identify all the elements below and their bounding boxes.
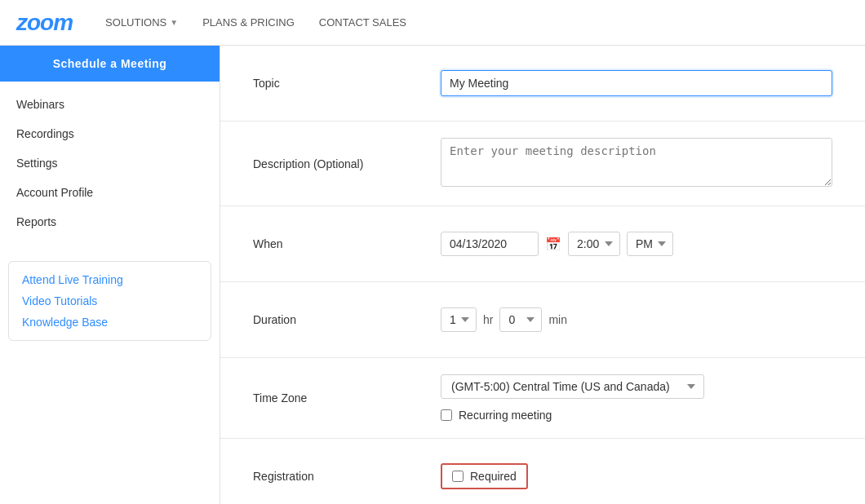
video-tutorials-link[interactable]: Video Tutorials [22,294,197,307]
registration-required-label: Required [470,470,517,483]
duration-minutes-select[interactable]: 0 15 30 45 [499,307,542,332]
when-row: When 📅 1:00 1:30 2:00 2:30 3:00 [253,223,832,265]
description-label: Description (Optional) [253,157,441,170]
topic-row: Topic [253,62,832,104]
solutions-link[interactable]: SOLUTIONS ▼ [105,16,178,29]
recurring-row: Recurring meeting [441,409,832,422]
duration-label: Duration [253,313,441,326]
when-controls-wrap: 📅 1:00 1:30 2:00 2:30 3:00 AM PM [441,232,832,256]
date-input[interactable] [441,232,539,256]
description-section: Description (Optional) [220,122,865,206]
duration-section: Duration 0 1 2 3 4 hr 0 15 [220,282,865,358]
attend-live-training-link[interactable]: Attend Live Training [22,273,197,286]
knowledge-base-link[interactable]: Knowledge Base [22,316,197,329]
topic-section: Topic [220,46,865,122]
timezone-row: Time Zone (GMT-5:00) Central Time (US an… [253,374,832,422]
sidebar-item-webinars[interactable]: Webinars [0,90,220,119]
when-label: When [253,237,441,250]
duration-row: Duration 0 1 2 3 4 hr 0 15 [253,298,832,341]
time-select[interactable]: 1:00 1:30 2:00 2:30 3:00 [568,232,620,256]
when-controls: 📅 1:00 1:30 2:00 2:30 3:00 AM PM [441,232,832,256]
registration-required-box: Required [441,463,528,489]
registration-label: Registration [253,470,441,483]
when-section: When 📅 1:00 1:30 2:00 2:30 3:00 [220,206,865,282]
timezone-controls-wrap: (GMT-5:00) Central Time (US and Canada) … [441,374,832,422]
sidebar: Schedule a Meeting Webinars Recordings S… [0,46,220,504]
nav-plans-pricing[interactable]: PLANS & PRICING [202,16,295,29]
hr-label: hr [483,313,493,326]
schedule-meeting-button[interactable]: Schedule a Meeting [0,46,220,82]
calendar-icon[interactable]: 📅 [545,237,561,252]
duration-controls-wrap: 0 1 2 3 4 hr 0 15 30 45 m [441,307,832,332]
main-layout: Schedule a Meeting Webinars Recordings S… [0,46,865,504]
registration-controls-wrap: Required [441,463,832,489]
sidebar-item-recordings[interactable]: Recordings [0,119,220,148]
min-label: min [548,313,567,326]
top-navigation: zoom SOLUTIONS ▼ PLANS & PRICING CONTACT… [0,0,865,46]
sidebar-nav-list: Webinars Recordings Settings Account Pro… [0,82,220,245]
solutions-dropdown-arrow: ▼ [170,18,178,27]
recurring-label: Recurring meeting [459,409,552,422]
sidebar-item-reports[interactable]: Reports [0,207,220,237]
duration-hours-select[interactable]: 0 1 2 3 4 [441,307,477,332]
timezone-label: Time Zone [253,391,441,405]
plans-pricing-link[interactable]: PLANS & PRICING [202,16,295,29]
nav-links-list: SOLUTIONS ▼ PLANS & PRICING CONTACT SALE… [105,16,406,29]
topic-input[interactable] [441,70,832,96]
nav-contact-sales[interactable]: CONTACT SALES [319,16,406,29]
description-input-wrap [441,138,832,189]
timezone-select[interactable]: (GMT-5:00) Central Time (US and Canada) … [441,374,704,399]
registration-checkbox[interactable] [452,471,464,482]
registration-section: Registration Required [220,439,865,504]
timezone-section: Time Zone (GMT-5:00) Central Time (US an… [220,358,865,439]
nav-solutions[interactable]: SOLUTIONS ▼ [105,16,178,29]
sidebar-resources-box: Attend Live Training Video Tutorials Kno… [8,261,211,341]
zoom-logo[interactable]: zoom [16,10,73,36]
topic-input-wrap [441,70,832,96]
topic-label: Topic [253,77,441,90]
contact-sales-link[interactable]: CONTACT SALES [319,16,406,29]
meridiem-select[interactable]: AM PM [627,232,673,256]
registration-row: Registration Required [253,455,832,497]
description-row: Description (Optional) [253,138,832,189]
duration-controls: 0 1 2 3 4 hr 0 15 30 45 m [441,307,832,332]
recurring-checkbox[interactable] [441,409,452,421]
description-textarea[interactable] [441,138,832,187]
sidebar-item-account-profile[interactable]: Account Profile [0,178,220,207]
main-content: Topic Description (Optional) When [220,46,865,504]
sidebar-item-settings[interactable]: Settings [0,148,220,178]
